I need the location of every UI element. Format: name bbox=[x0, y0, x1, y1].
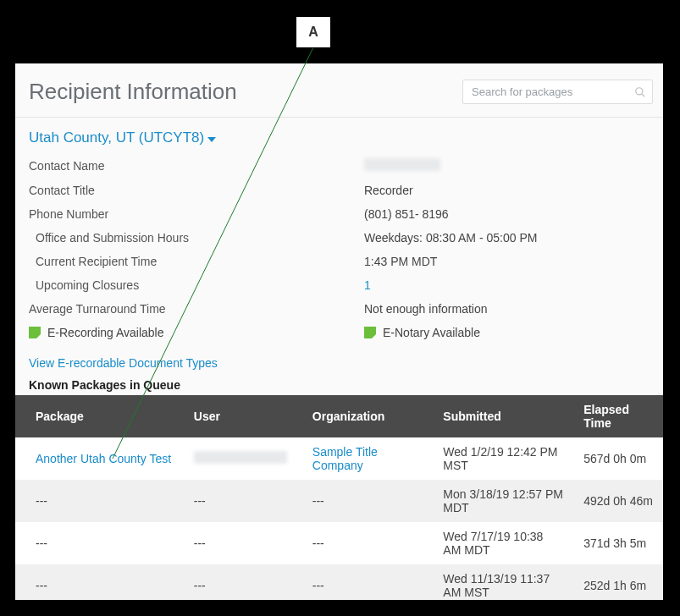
col-organization[interactable]: Organization bbox=[302, 395, 434, 437]
cell-package: --- bbox=[15, 480, 184, 522]
badge-enotary: E-Notary Available bbox=[364, 326, 480, 339]
availability-row: E-Recording Available E-Notary Available bbox=[15, 321, 663, 346]
cell-package[interactable]: Another Utah County Test bbox=[15, 437, 184, 480]
cell-package: --- bbox=[15, 564, 184, 600]
info-contact-title: Contact Title Recorder bbox=[15, 179, 663, 202]
cell-organization: --- bbox=[302, 480, 434, 522]
redacted-text bbox=[364, 158, 440, 171]
cell-user: --- bbox=[184, 480, 302, 522]
cell-elapsed: 567d 0h 0m bbox=[573, 437, 663, 480]
badge-erecording: E-Recording Available bbox=[29, 326, 164, 339]
badge-erecording-label: E-Recording Available bbox=[47, 326, 164, 339]
cell-submitted: Mon 3/18/19 12:57 PM MDT bbox=[433, 480, 573, 522]
screenshot-canvas: A Recipient Information Utah County, UT … bbox=[0, 0, 680, 616]
queue-table-body: Another Utah County TestSample Title Com… bbox=[15, 437, 663, 600]
caret-down-icon bbox=[207, 137, 216, 142]
check-badge-icon bbox=[364, 327, 376, 338]
county-label: Utah County, UT (UTCYT8) bbox=[29, 129, 204, 146]
col-submitted[interactable]: Submitted bbox=[433, 395, 573, 437]
value-turnaround: Not enough information bbox=[364, 302, 488, 316]
label-contact-name: Contact Name bbox=[29, 159, 364, 173]
info-turnaround: Average Turnaround Time Not enough infor… bbox=[15, 297, 663, 321]
page-header: Recipient Information bbox=[15, 63, 663, 118]
queue-table: Package User Organization Submitted Elap… bbox=[15, 395, 663, 600]
label-closures: Upcoming Closures bbox=[36, 278, 364, 292]
cell-submitted: Wed 11/13/19 11:37 AM MST bbox=[433, 564, 573, 600]
recipient-info-panel: Recipient Information Utah County, UT (U… bbox=[15, 63, 663, 600]
cell-elapsed: 492d 0h 46m bbox=[573, 480, 663, 522]
queue-heading: Known Packages in Queue bbox=[15, 377, 663, 395]
county-dropdown[interactable]: Utah County, UT (UTCYT8) bbox=[15, 118, 229, 153]
info-current-time: Current Recipient Time 1:43 PM MDT bbox=[15, 250, 663, 273]
annotation-label: A bbox=[308, 25, 318, 40]
queue-table-head: Package User Organization Submitted Elap… bbox=[15, 395, 663, 437]
value-hours: Weekdays: 08:30 AM - 05:00 PM bbox=[364, 231, 537, 245]
cell-organization: --- bbox=[302, 564, 434, 600]
page-title: Recipient Information bbox=[29, 79, 237, 105]
cell-organization: --- bbox=[302, 522, 434, 564]
value-closures-link[interactable]: 1 bbox=[364, 278, 371, 292]
cell-user bbox=[184, 437, 302, 480]
search-input[interactable] bbox=[462, 80, 653, 104]
svg-point-1 bbox=[636, 87, 643, 94]
table-row: ---------Wed 11/13/19 11:37 AM MST252d 1… bbox=[15, 564, 663, 600]
value-contact-name bbox=[364, 158, 440, 173]
cell-submitted: Wed 1/2/19 12:42 PM MST bbox=[433, 437, 573, 480]
table-row: ---------Wed 7/17/19 10:38 AM MDT371d 3h… bbox=[15, 522, 663, 564]
value-phone: (801) 851- 8196 bbox=[364, 207, 449, 221]
search-icon bbox=[634, 86, 646, 98]
annotation-marker: A bbox=[296, 16, 331, 48]
table-row: Another Utah County TestSample Title Com… bbox=[15, 437, 663, 480]
label-contact-title: Contact Title bbox=[29, 184, 364, 197]
col-user[interactable]: User bbox=[184, 395, 302, 437]
info-contact-name: Contact Name bbox=[15, 153, 663, 179]
info-closures: Upcoming Closures 1 bbox=[15, 273, 663, 297]
cell-user: --- bbox=[184, 522, 302, 564]
table-row: ---------Mon 3/18/19 12:57 PM MDT492d 0h… bbox=[15, 480, 663, 522]
label-turnaround: Average Turnaround Time bbox=[29, 302, 364, 316]
view-document-types-link[interactable]: View E-recordable Document Types bbox=[15, 346, 231, 377]
check-badge-icon bbox=[29, 327, 41, 338]
cell-package: --- bbox=[15, 522, 184, 564]
label-hours: Office and Submission Hours bbox=[36, 231, 364, 245]
search-wrapper bbox=[462, 80, 653, 104]
organization-link[interactable]: Sample Title Company bbox=[312, 445, 378, 472]
value-contact-title: Recorder bbox=[364, 184, 413, 197]
label-current-time: Current Recipient Time bbox=[36, 255, 364, 268]
cell-organization[interactable]: Sample Title Company bbox=[302, 437, 434, 480]
svg-line-2 bbox=[642, 94, 644, 96]
label-phone: Phone Number bbox=[29, 207, 364, 221]
value-current-time: 1:43 PM MDT bbox=[364, 255, 437, 268]
cell-submitted: Wed 7/17/19 10:38 AM MDT bbox=[433, 522, 573, 564]
info-phone: Phone Number (801) 851- 8196 bbox=[15, 202, 663, 226]
info-hours: Office and Submission Hours Weekdays: 08… bbox=[15, 226, 663, 250]
cell-user: --- bbox=[184, 564, 302, 600]
col-package[interactable]: Package bbox=[15, 395, 184, 437]
badge-enotary-label: E-Notary Available bbox=[383, 326, 480, 339]
package-link[interactable]: Another Utah County Test bbox=[36, 452, 171, 465]
cell-elapsed: 371d 3h 5m bbox=[573, 522, 663, 564]
col-elapsed[interactable]: Elapsed Time bbox=[573, 395, 663, 437]
cell-elapsed: 252d 1h 6m bbox=[573, 564, 663, 600]
redacted-text bbox=[194, 451, 287, 464]
